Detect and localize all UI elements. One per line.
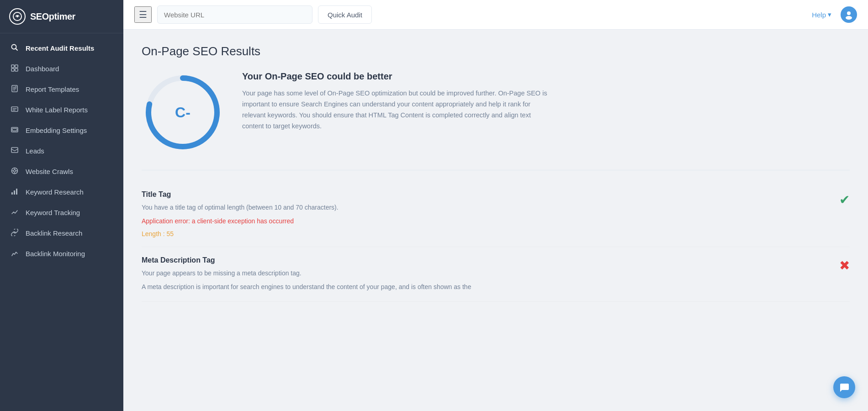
result-description: Your page appears to be missing a meta d… xyxy=(142,268,471,278)
score-circle: C- xyxy=(142,71,224,153)
sidebar-item-label: Website Crawls xyxy=(26,168,73,175)
svg-rect-5 xyxy=(11,68,14,71)
sidebar-item-label: Leads xyxy=(26,147,44,155)
sidebar-item-backlink-monitoring[interactable]: Backlink Monitoring xyxy=(0,243,123,264)
svg-rect-3 xyxy=(11,65,14,68)
sidebar-item-website-crawls[interactable]: Website Crawls xyxy=(0,161,123,182)
svg-rect-11 xyxy=(11,148,18,153)
svg-point-1 xyxy=(16,16,18,17)
svg-rect-8 xyxy=(11,107,18,111)
result-meta: Length : 55 xyxy=(142,230,339,237)
svg-rect-14 xyxy=(11,192,13,195)
white-label-icon xyxy=(10,105,19,114)
sidebar-item-label: Keyword Research xyxy=(26,188,84,196)
result-title: Meta Description Tag xyxy=(142,256,471,264)
sidebar-item-recent-audit[interactable]: Recent Audit Results xyxy=(0,38,123,58)
result-item-content: Meta Description Tag Your page appears t… xyxy=(142,256,471,292)
sidebar-item-dashboard[interactable]: Dashboard xyxy=(0,58,123,79)
sidebar-item-label: Keyword Tracking xyxy=(26,209,80,216)
result-error: Application error: a client-side excepti… xyxy=(142,216,339,226)
sidebar-item-backlink-research[interactable]: Backlink Research xyxy=(0,223,123,243)
svg-rect-6 xyxy=(15,68,18,71)
score-description: Your page has some level of On-Page SEO … xyxy=(242,88,553,132)
result-item-header: Meta Description Tag Your page appears t… xyxy=(142,256,850,292)
sidebar-item-leads[interactable]: Leads xyxy=(0,141,123,161)
keyword-tracking-icon xyxy=(10,208,19,217)
main-area: ☰ Quick Audit Help ▾ On-Page SEO Results xyxy=(123,0,868,411)
url-input[interactable] xyxy=(157,5,312,24)
help-link[interactable]: Help ▾ xyxy=(812,11,831,19)
result-item-title-tag: Title Tag You have a title tag of optima… xyxy=(142,181,850,247)
backlink-research-icon xyxy=(10,229,19,237)
sidebar-item-label: Report Templates xyxy=(26,85,79,93)
result-status-pass: ✔ xyxy=(839,192,850,207)
score-section: C- Your On-Page SEO could be better Your… xyxy=(142,71,850,153)
search-icon xyxy=(10,44,19,53)
svg-point-17 xyxy=(847,11,851,15)
result-title: Title Tag xyxy=(142,190,339,199)
chat-bubble-button[interactable] xyxy=(833,376,855,398)
topbar-right: Help ▾ xyxy=(812,6,857,23)
sidebar-item-label: White Label Reports xyxy=(26,106,88,114)
brand-name: SEOptimer xyxy=(30,11,75,22)
content-area: On-Page SEO Results C- Your On-Page SEO … xyxy=(123,30,868,411)
svg-point-13 xyxy=(14,170,16,172)
sidebar-item-label: Embedding Settings xyxy=(26,126,87,134)
sidebar: SEOptimer Recent Audit Results Dashboard… xyxy=(0,0,123,411)
page-title: On-Page SEO Results xyxy=(142,44,850,58)
sidebar-item-keyword-research[interactable]: Keyword Research xyxy=(0,182,123,202)
logo-area: SEOptimer xyxy=(0,0,123,33)
quick-audit-button[interactable]: Quick Audit xyxy=(318,5,372,24)
leads-icon xyxy=(10,147,19,155)
dashboard-icon xyxy=(10,64,19,73)
sidebar-item-keyword-tracking[interactable]: Keyword Tracking xyxy=(0,202,123,223)
logo-icon xyxy=(9,8,26,25)
topbar: ☰ Quick Audit Help ▾ xyxy=(123,0,868,30)
result-status-fail: ✖ xyxy=(839,258,850,273)
sidebar-item-label: Dashboard xyxy=(26,65,59,73)
score-grade: C- xyxy=(175,104,191,121)
sidebar-item-embedding[interactable]: Embedding Settings xyxy=(0,120,123,141)
keyword-research-icon xyxy=(10,188,19,196)
sidebar-nav: Recent Audit Results Dashboard Report Te… xyxy=(0,33,123,411)
hamburger-button[interactable]: ☰ xyxy=(134,6,152,23)
result-item-content: Title Tag You have a title tag of optima… xyxy=(142,190,339,237)
result-item-meta-desc: Meta Description Tag Your page appears t… xyxy=(142,247,850,302)
embedding-icon xyxy=(10,126,19,135)
section-divider xyxy=(142,170,850,170)
svg-rect-15 xyxy=(14,190,15,195)
result-item-header: Title Tag You have a title tag of optima… xyxy=(142,190,850,237)
sidebar-item-label: Backlink Research xyxy=(26,229,82,237)
svg-point-18 xyxy=(846,16,852,20)
user-avatar[interactable] xyxy=(841,6,857,23)
result-meta-text: A meta description is important for sear… xyxy=(142,282,471,292)
sidebar-item-report-templates[interactable]: Report Templates xyxy=(0,79,123,100)
sidebar-item-white-label[interactable]: White Label Reports xyxy=(0,100,123,120)
score-description-area: Your On-Page SEO could be better Your pa… xyxy=(242,71,553,132)
chevron-down-icon: ▾ xyxy=(828,11,831,19)
report-templates-icon xyxy=(10,85,19,94)
result-description: You have a title tag of optimal length (… xyxy=(142,202,339,212)
sidebar-item-label: Recent Audit Results xyxy=(26,44,94,52)
backlink-monitoring-icon xyxy=(10,249,19,258)
svg-rect-16 xyxy=(16,189,17,195)
svg-rect-10 xyxy=(12,129,17,131)
score-headline: Your On-Page SEO could be better xyxy=(242,71,553,82)
svg-rect-4 xyxy=(15,65,18,68)
website-crawls-icon xyxy=(10,167,19,176)
sidebar-item-label: Backlink Monitoring xyxy=(26,250,85,258)
